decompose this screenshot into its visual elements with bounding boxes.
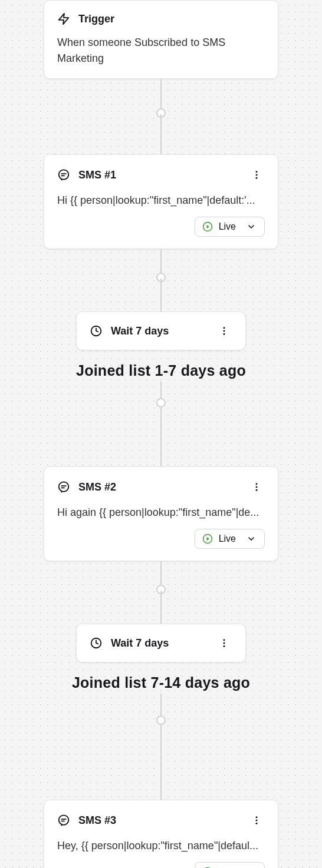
chevron-down-icon [247, 222, 256, 231]
connector [160, 424, 162, 466]
svg-point-4 [256, 171, 258, 173]
status-row: Live [57, 862, 265, 868]
svg-point-23 [224, 642, 225, 644]
svg-point-25 [59, 815, 69, 825]
more-button[interactable] [216, 323, 232, 339]
flow-canvas: Trigger When someone Subscribed to SMS M… [0, 0, 322, 868]
wait-label: Wait 7 days [111, 637, 169, 650]
svg-point-11 [224, 330, 225, 332]
connector [160, 79, 162, 114]
play-circle-icon [202, 534, 213, 544]
connector [160, 561, 162, 591]
connector [160, 591, 162, 624]
connector [160, 382, 162, 424]
chat-icon [57, 168, 70, 181]
svg-point-13 [59, 482, 69, 492]
status-row: Live [57, 529, 265, 549]
more-button[interactable] [248, 167, 265, 183]
trigger-card[interactable]: Trigger When someone Subscribed to SMS M… [44, 0, 278, 79]
wait-2-card[interactable]: Wait 7 days [76, 624, 246, 662]
sms-preview: Hi again {{ person|lookup:"first_name"|d… [57, 505, 265, 521]
more-button[interactable] [216, 635, 232, 651]
svg-point-29 [256, 820, 258, 821]
svg-marker-0 [59, 14, 69, 24]
trigger-description: When someone Subscribed to SMS Marketing [57, 35, 265, 67]
svg-point-30 [256, 823, 258, 824]
svg-marker-20 [206, 537, 209, 541]
connector [160, 279, 162, 312]
status-dropdown[interactable]: Live [195, 217, 265, 237]
svg-point-6 [256, 177, 258, 179]
card-header: SMS #1 [57, 167, 265, 183]
wait-1-card[interactable]: Wait 7 days [76, 312, 246, 350]
svg-point-22 [224, 639, 225, 641]
sms-3-card[interactable]: SMS #3 Hey, {{ person|lookup:"first_name… [44, 800, 278, 868]
sms-1-card[interactable]: SMS #1 Hi {{ person|lookup:"first_name"|… [44, 154, 278, 249]
connector [160, 694, 162, 747]
status-label: Live [219, 221, 236, 232]
chat-icon [57, 481, 70, 493]
lightning-icon [57, 12, 70, 25]
play-circle-icon [202, 221, 213, 232]
more-button[interactable] [248, 479, 265, 495]
status-label: Live [219, 534, 236, 544]
trigger-header: Trigger [57, 12, 265, 25]
connector [160, 114, 162, 154]
annotation-1: Joined list 1-7 days ago [0, 362, 322, 379]
trigger-title: Trigger [78, 13, 114, 25]
clock-icon [90, 324, 103, 337]
status-row: Live [57, 217, 265, 237]
connector [160, 747, 162, 800]
card-header: Wait 7 days [90, 635, 232, 651]
annotation-2: Joined list 7-14 days ago [0, 674, 322, 691]
chat-icon [57, 814, 70, 827]
wait-label: Wait 7 days [111, 325, 169, 337]
sms-preview: Hi {{ person|lookup:"first_name"|default… [57, 193, 265, 208]
chevron-down-icon [247, 534, 256, 544]
sms-2-card[interactable]: SMS #2 Hi again {{ person|lookup:"first_… [44, 466, 278, 561]
card-header: SMS #2 [57, 479, 265, 495]
svg-point-28 [256, 816, 258, 818]
card-header: SMS #3 [57, 812, 265, 829]
status-dropdown[interactable]: Live [195, 529, 265, 549]
sms-title: SMS #1 [78, 169, 116, 181]
card-header: Wait 7 days [90, 323, 232, 339]
svg-point-18 [256, 489, 258, 491]
svg-point-12 [224, 333, 225, 335]
svg-point-10 [224, 327, 225, 329]
sms-title: SMS #3 [78, 814, 116, 827]
sms-title: SMS #2 [78, 481, 116, 493]
status-dropdown[interactable]: Live [195, 862, 265, 868]
sms-preview: Hey, {{ person|lookup:"first_name"|defau… [57, 838, 265, 854]
svg-marker-8 [206, 225, 209, 228]
svg-point-1 [59, 170, 69, 180]
svg-point-5 [256, 174, 258, 176]
connector [160, 249, 162, 279]
svg-point-17 [256, 486, 258, 488]
more-button[interactable] [248, 812, 265, 829]
clock-icon [90, 637, 103, 650]
svg-point-16 [256, 483, 258, 485]
svg-point-24 [224, 645, 225, 647]
